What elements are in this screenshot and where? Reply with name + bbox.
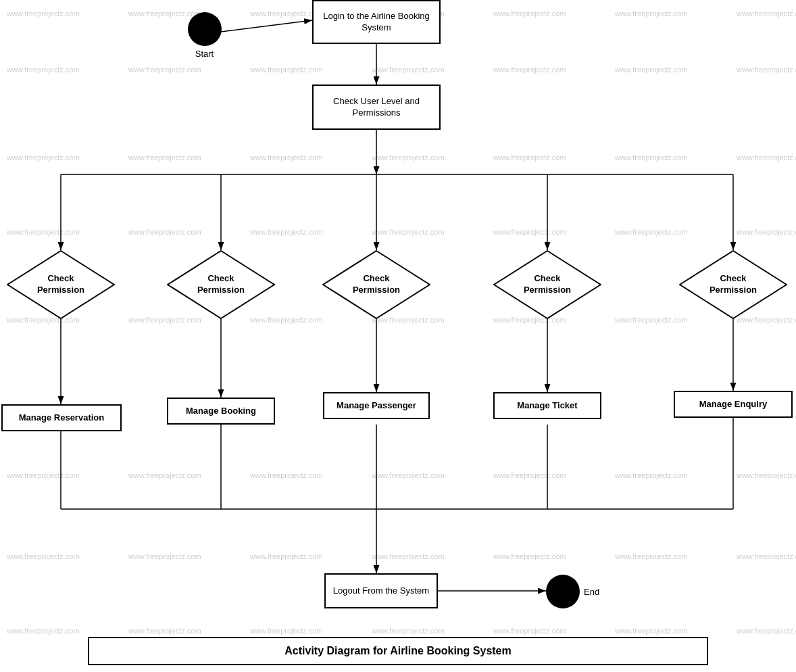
watermark: www.freeprojectz.com	[493, 9, 566, 18]
check-user-node: Check User Level and Permissions	[312, 85, 441, 130]
watermark: www.freeprojectz.com	[372, 153, 445, 162]
watermark: www.freeprojectz.com	[250, 228, 323, 236]
start-node	[188, 12, 222, 46]
watermark: www.freeprojectz.com	[7, 66, 80, 74]
manage-booking-node: Manage Booking	[167, 398, 275, 425]
watermark: www.freeprojectz.com	[372, 228, 445, 236]
watermark: www.freeprojectz.com	[737, 471, 796, 479]
watermark: www.freeprojectz.com	[128, 153, 201, 162]
login-node: Login to the Airline Booking System	[312, 0, 441, 44]
watermark: www.freeprojectz.com	[493, 228, 566, 236]
watermark: www.freeprojectz.com	[615, 9, 688, 18]
diamond-label-1: Check Permission	[24, 273, 98, 296]
watermark: www.freeprojectz.com	[737, 627, 796, 635]
diamond-label-3: Check Permission	[339, 273, 414, 296]
diagram-title: Activity Diagram for Airline Booking Sys…	[284, 645, 511, 657]
diamond-label-4: Check Permission	[510, 273, 584, 296]
watermark: www.freeprojectz.com	[615, 471, 688, 479]
watermark: www.freeprojectz.com	[7, 471, 80, 479]
watermark: www.freeprojectz.com	[615, 552, 688, 560]
watermark: www.freeprojectz.com	[250, 153, 323, 162]
watermark: www.freeprojectz.com	[737, 9, 796, 18]
diamond-label-5: Check Permission	[696, 273, 770, 296]
watermark: www.freeprojectz.com	[615, 66, 688, 74]
diamond-label-2: Check Permission	[184, 273, 258, 296]
watermark: www.freeprojectz.com	[615, 153, 688, 162]
watermark: www.freeprojectz.com	[7, 9, 80, 18]
watermark: www.freeprojectz.com	[615, 228, 688, 236]
check-permission-2: Check Permission	[167, 250, 275, 319]
watermark: www.freeprojectz.com	[493, 66, 566, 74]
watermark: www.freeprojectz.com	[737, 153, 796, 162]
watermark: www.freeprojectz.com	[128, 627, 201, 635]
check-permission-4: Check Permission	[493, 250, 601, 319]
manage-ticket-node: Manage Ticket	[493, 392, 601, 419]
watermark: www.freeprojectz.com	[128, 552, 201, 560]
watermark: www.freeprojectz.com	[250, 627, 323, 635]
watermark: www.freeprojectz.com	[372, 66, 445, 74]
watermark: www.freeprojectz.com	[372, 471, 445, 479]
end-label: End	[584, 587, 599, 597]
watermark: www.freeprojectz.com	[128, 471, 201, 479]
watermark: www.freeprojectz.com	[372, 627, 445, 635]
watermark: www.freeprojectz.com	[128, 9, 201, 18]
check-permission-1: Check Permission	[7, 250, 115, 319]
manage-passenger-node: Manage Passenger	[323, 392, 430, 419]
start-label: Start	[186, 49, 223, 59]
logout-node: Logout From the System	[324, 573, 438, 608]
end-node	[546, 575, 580, 608]
watermark: www.freeprojectz.com	[493, 153, 566, 162]
watermark: www.freeprojectz.com	[250, 471, 323, 479]
watermark: www.freeprojectz.com	[737, 552, 796, 560]
watermark: www.freeprojectz.com	[737, 228, 796, 236]
check-permission-3: Check Permission	[322, 250, 430, 319]
watermark: www.freeprojectz.com	[7, 153, 80, 162]
watermark: www.freeprojectz.com	[7, 552, 80, 560]
watermark: www.freeprojectz.com	[7, 228, 80, 236]
watermark: www.freeprojectz.com	[615, 627, 688, 635]
watermark: www.freeprojectz.com	[250, 66, 323, 74]
watermark: www.freeprojectz.com	[372, 552, 445, 560]
watermark: www.freeprojectz.com	[493, 471, 566, 479]
watermark: www.freeprojectz.com	[250, 552, 323, 560]
manage-enquiry-node: Manage Enquiry	[674, 391, 793, 418]
manage-reservation-node: Manage Reservation	[1, 404, 122, 431]
watermark: www.freeprojectz.com	[7, 627, 80, 635]
watermark: www.freeprojectz.com	[493, 627, 566, 635]
footer-bar: Activity Diagram for Airline Booking Sys…	[88, 637, 708, 665]
watermark: www.freeprojectz.com	[128, 228, 201, 236]
watermark: www.freeprojectz.com	[737, 66, 796, 74]
watermark: www.freeprojectz.com	[615, 316, 688, 324]
watermark: www.freeprojectz.com	[128, 66, 201, 74]
check-permission-5: Check Permission	[679, 250, 787, 319]
watermark: www.freeprojectz.com	[493, 552, 566, 560]
